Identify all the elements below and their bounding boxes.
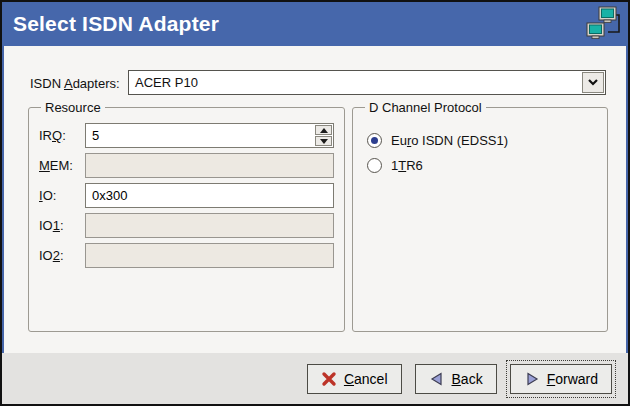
d-channel-protocol-group: D Channel Protocol Euro ISDN (EDSS1) 1TR…: [352, 100, 608, 332]
arrow-up-icon: [320, 128, 328, 133]
resource-group-legend: Resource: [41, 100, 105, 115]
mem-label: MEM:: [39, 158, 85, 173]
io-row: IO:: [39, 183, 334, 208]
isdn-adapter-dialog: Select ISDN Adapter ISDN Adapters: ACER …: [0, 0, 630, 406]
mem-row: MEM:: [39, 153, 334, 178]
network-computers-icon: [585, 6, 621, 42]
arrow-right-icon: [524, 371, 540, 387]
dialog-titlebar: Select ISDN Adapter: [2, 2, 628, 46]
back-button-label: Back: [452, 371, 483, 387]
forward-button-label: Forward: [547, 371, 598, 387]
cancel-x-icon: [321, 371, 337, 387]
io1-row: IO1:: [39, 213, 334, 238]
radio-euro-isdn-label: Euro ISDN (EDSS1): [391, 133, 508, 148]
forward-button[interactable]: Forward: [510, 364, 612, 394]
cancel-button-label: Cancel: [344, 371, 388, 387]
irq-spinner: [315, 125, 332, 146]
page-title: Select ISDN Adapter: [13, 12, 219, 36]
irq-label: IRQ:: [39, 128, 85, 143]
chevron-down-icon: [588, 79, 598, 86]
adapters-combobox[interactable]: ACER P10: [128, 70, 606, 95]
spin-down-button[interactable]: [315, 136, 332, 146]
radio-1tr6-label: 1TR6: [391, 158, 423, 173]
io1-label: IO1:: [39, 218, 85, 233]
combobox-dropdown-button[interactable]: [582, 72, 604, 93]
mem-input: [85, 153, 334, 178]
radio-euro-isdn[interactable]: Euro ISDN (EDSS1): [367, 133, 599, 148]
arrow-left-icon: [429, 371, 445, 387]
io-input[interactable]: [85, 183, 334, 208]
irq-input[interactable]: [86, 124, 314, 147]
resource-group: Resource IRQ: MEM: IO:: [28, 100, 345, 332]
io1-input: [85, 213, 334, 238]
isdn-adapters-label: ISDN Adapters:: [30, 76, 120, 91]
dialog-content: ISDN Adapters: ACER P10 Resource IRQ:: [2, 46, 628, 355]
dialog-button-bar: Cancel Back Forward: [2, 353, 628, 404]
cancel-button[interactable]: Cancel: [307, 364, 402, 394]
io2-label: IO2:: [39, 248, 85, 263]
back-button[interactable]: Back: [415, 364, 497, 394]
radio-unselected-icon[interactable]: [367, 158, 382, 173]
combobox-value: ACER P10: [129, 71, 581, 94]
io2-row: IO2:: [39, 243, 334, 268]
d-channel-protocol-legend: D Channel Protocol: [365, 100, 486, 115]
io-label: IO:: [39, 188, 85, 203]
spin-up-button[interactable]: [315, 125, 332, 135]
irq-row: IRQ:: [39, 123, 334, 148]
irq-spinbox[interactable]: [85, 123, 334, 148]
radio-1tr6[interactable]: 1TR6: [367, 158, 599, 173]
io2-input: [85, 243, 334, 268]
arrow-down-icon: [320, 139, 328, 144]
radio-selected-icon[interactable]: [367, 133, 382, 148]
